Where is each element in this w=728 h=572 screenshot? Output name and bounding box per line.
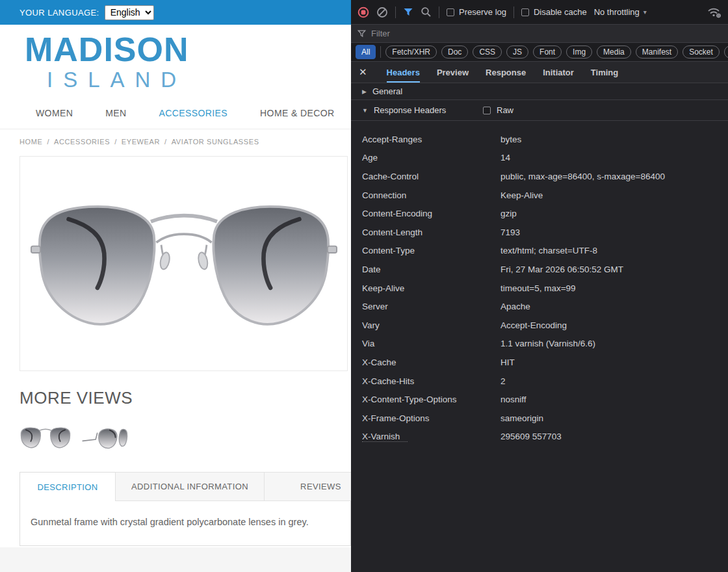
raw-checkbox[interactable] xyxy=(483,107,491,114)
nav-item-men[interactable]: MEN xyxy=(105,108,126,118)
network-toolbar: Preserve log Disable cache No throttling… xyxy=(351,0,728,25)
general-section-header[interactable]: ▶ General xyxy=(351,83,728,100)
chevron-down-icon: ▾ xyxy=(644,8,647,16)
breadcrumb-accessories[interactable]: ACCESSORIES xyxy=(54,138,110,146)
header-value: 14 xyxy=(500,153,510,162)
header-row: Content-Typetext/html; charset=UTF-8 xyxy=(351,242,728,261)
nav-item-home-decor[interactable]: HOME & DECOR xyxy=(260,108,334,118)
toolbar-divider xyxy=(439,6,439,18)
clear-requests-icon[interactable] xyxy=(376,6,388,18)
search-icon[interactable] xyxy=(421,6,432,18)
filter-media[interactable]: Media xyxy=(597,46,631,58)
general-section-label: General xyxy=(372,86,402,96)
response-headers-section-header[interactable]: ▼ Response Headers Raw xyxy=(351,100,728,121)
disable-cache-label[interactable]: Disable cache xyxy=(534,7,587,17)
filter-css[interactable]: CSS xyxy=(473,46,502,58)
breadcrumb-separator: / xyxy=(47,138,49,146)
product-main-image[interactable] xyxy=(20,156,348,371)
network-conditions-icon[interactable] xyxy=(707,6,722,18)
filter-manifest[interactable]: Manifest xyxy=(636,46,678,58)
tab-preview[interactable]: Preview xyxy=(437,62,469,83)
header-name: X-Varnish xyxy=(362,432,408,442)
preserve-log-checkbox[interactable] xyxy=(447,8,454,16)
header-name: Via xyxy=(362,339,500,348)
throttling-dropdown[interactable]: No throttling ▾ xyxy=(594,7,647,17)
filter-input-icon xyxy=(358,29,366,38)
filter-input[interactable] xyxy=(371,29,651,38)
toolbar-divider xyxy=(514,6,514,18)
header-row: Content-Length7193 xyxy=(351,223,728,242)
pills-divider xyxy=(380,46,381,58)
filter-img[interactable]: Img xyxy=(566,46,592,58)
breadcrumb-eyewear[interactable]: EYEWEAR xyxy=(122,138,160,146)
header-name: Date xyxy=(362,265,500,274)
nav-item-accessories[interactable]: ACCESSORIES xyxy=(159,108,228,118)
filter-font[interactable]: Font xyxy=(533,46,562,58)
header-name: Connection xyxy=(362,190,500,200)
filter-wasm[interactable]: Wasm xyxy=(724,46,728,58)
record-icon[interactable] xyxy=(358,6,369,18)
tab-headers[interactable]: Headers xyxy=(387,62,420,83)
header-row: X-Content-Type-Optionsnosniff xyxy=(351,390,728,409)
header-name: X-Frame-Options xyxy=(362,413,500,423)
thumbnail-front-view[interactable] xyxy=(20,424,72,454)
header-value: Accept-Encoding xyxy=(500,320,567,330)
filter-all[interactable]: All xyxy=(356,45,376,59)
filter-fetch-xhr[interactable]: Fetch/XHR xyxy=(385,46,437,58)
header-row: Accept-Rangesbytes xyxy=(351,130,728,149)
header-row: X-Varnish295609 557703 xyxy=(351,428,728,447)
header-value: 2 xyxy=(500,376,506,386)
filter-js[interactable]: JS xyxy=(506,46,528,58)
language-bar: YOUR LANGUAGE: English xyxy=(0,0,351,25)
breadcrumb-home[interactable]: HOME xyxy=(20,138,42,146)
tab-additional-information[interactable]: ADDITIONAL INFORMATION xyxy=(115,472,265,501)
header-name: Vary xyxy=(362,320,500,330)
header-value: sameorigin xyxy=(500,413,543,423)
breadcrumb: HOME / ACCESSORIES / EYEWEAR / AVIATOR S… xyxy=(0,129,351,151)
header-row: Cache-Controlpublic, max-age=86400, s-ma… xyxy=(351,167,728,186)
header-row: Via1.1 varnish (Varnish/6.6) xyxy=(351,335,728,354)
page-footer xyxy=(0,547,351,572)
language-select[interactable]: English xyxy=(105,5,154,20)
disable-cache-checkbox[interactable] xyxy=(521,8,529,16)
filter-socket[interactable]: Socket xyxy=(682,46,720,58)
toolbar-divider xyxy=(395,6,396,18)
header-name: X-Cache-Hits xyxy=(362,376,500,386)
header-value: HIT xyxy=(500,358,515,367)
header-value: timeout=5, max=99 xyxy=(500,283,576,293)
header-name: X-Content-Type-Options xyxy=(362,395,500,404)
header-row: VaryAccept-Encoding xyxy=(351,316,728,335)
shop-page: YOUR LANGUAGE: English MADISON ISLAND WO… xyxy=(0,0,351,572)
header-row: X-CacheHIT xyxy=(351,353,728,372)
header-name: X-Cache xyxy=(362,358,500,367)
header-value: Fri, 27 Mar 2026 06:50:52 GMT xyxy=(500,265,623,274)
thumbnail-folded-view[interactable] xyxy=(81,424,136,454)
close-icon[interactable]: ✕ xyxy=(359,66,367,78)
filter-toggle-icon[interactable] xyxy=(403,7,413,17)
header-value: nosniff xyxy=(500,395,526,404)
header-value: Apache xyxy=(500,302,530,311)
header-name: Cache-Control xyxy=(362,172,500,181)
product-description: Gunmetal frame with crystal gradient pol… xyxy=(20,500,351,546)
header-row: X-Cache-Hits2 xyxy=(351,372,728,391)
nav-item-women[interactable]: WOMEN xyxy=(36,108,73,118)
breadcrumb-current-page: AVIATOR SUNGLASSES xyxy=(172,138,259,146)
tab-response[interactable]: Response xyxy=(486,62,526,83)
tab-description[interactable]: DESCRIPTION xyxy=(20,472,116,501)
request-detail-tabs: ✕ Headers Preview Response Initiator Tim… xyxy=(351,62,728,83)
site-logo[interactable]: MADISON ISLAND xyxy=(25,31,351,92)
header-value: bytes xyxy=(500,135,521,144)
tab-initiator[interactable]: Initiator xyxy=(543,62,574,83)
product-tabs: DESCRIPTION ADDITIONAL INFORMATION REVIE… xyxy=(20,472,351,546)
header-row: Age14 xyxy=(351,149,728,168)
breadcrumb-separator: / xyxy=(164,138,167,146)
header-name: Content-Encoding xyxy=(362,209,500,218)
header-name: Server xyxy=(362,302,500,311)
raw-label[interactable]: Raw xyxy=(497,105,514,115)
tab-timing[interactable]: Timing xyxy=(591,62,618,83)
tab-reviews[interactable]: REVIEWS xyxy=(264,472,351,501)
preserve-log-label[interactable]: Preserve log xyxy=(459,7,506,17)
header-value: 7193 xyxy=(500,228,520,237)
throttling-label: No throttling xyxy=(594,7,640,17)
filter-doc[interactable]: Doc xyxy=(441,46,468,58)
